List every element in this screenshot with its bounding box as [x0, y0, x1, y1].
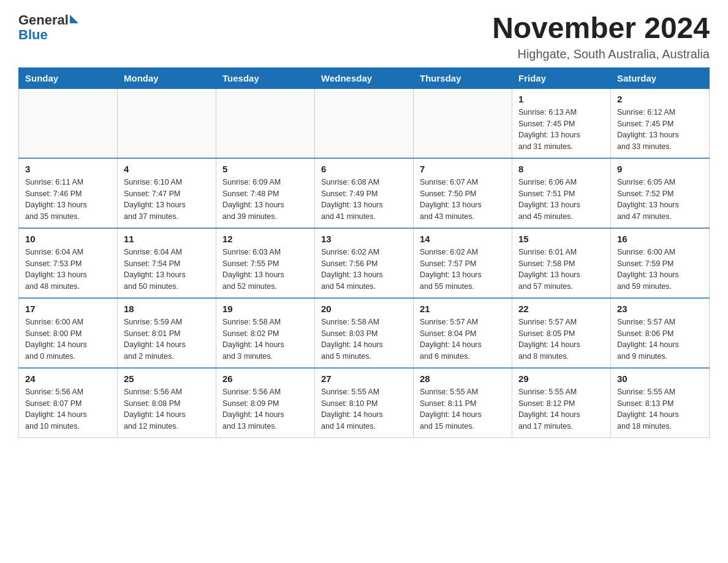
day-info: Sunrise: 5:58 AM Sunset: 8:03 PM Dayligh…	[321, 316, 407, 362]
calendar-cell: 12Sunrise: 6:03 AM Sunset: 7:55 PM Dayli…	[216, 228, 315, 298]
calendar-cell	[315, 88, 414, 158]
week-row-1: 3Sunrise: 6:11 AM Sunset: 7:46 PM Daylig…	[19, 158, 710, 228]
day-info: Sunrise: 5:55 AM Sunset: 8:13 PM Dayligh…	[617, 386, 703, 432]
calendar-cell: 25Sunrise: 5:56 AM Sunset: 8:08 PM Dayli…	[118, 368, 216, 438]
calendar-cell: 3Sunrise: 6:11 AM Sunset: 7:46 PM Daylig…	[19, 158, 118, 228]
day-info: Sunrise: 6:09 AM Sunset: 7:48 PM Dayligh…	[222, 177, 308, 223]
day-info: Sunrise: 6:02 AM Sunset: 7:57 PM Dayligh…	[420, 247, 506, 293]
day-number: 20	[321, 304, 407, 314]
calendar-cell: 28Sunrise: 5:55 AM Sunset: 8:11 PM Dayli…	[414, 368, 512, 438]
day-info: Sunrise: 6:05 AM Sunset: 7:52 PM Dayligh…	[617, 177, 703, 223]
title-section: November 2024 Highgate, South Australia,…	[492, 12, 710, 61]
day-number: 5	[222, 164, 308, 174]
page-header: General Blue November 2024 Highgate, Sou…	[18, 12, 710, 61]
day-info: Sunrise: 6:07 AM Sunset: 7:50 PM Dayligh…	[420, 177, 506, 223]
day-info: Sunrise: 5:59 AM Sunset: 8:01 PM Dayligh…	[124, 316, 210, 362]
day-info: Sunrise: 5:58 AM Sunset: 8:02 PM Dayligh…	[222, 316, 308, 362]
calendar-cell: 27Sunrise: 5:55 AM Sunset: 8:10 PM Dayli…	[315, 368, 414, 438]
day-number: 27	[321, 373, 407, 384]
calendar-cell: 10Sunrise: 6:04 AM Sunset: 7:53 PM Dayli…	[19, 228, 118, 298]
day-number: 22	[518, 304, 604, 314]
day-info: Sunrise: 6:00 AM Sunset: 7:59 PM Dayligh…	[617, 247, 703, 293]
calendar-table: SundayMondayTuesdayWednesdayThursdayFrid…	[18, 67, 710, 438]
day-info: Sunrise: 5:55 AM Sunset: 8:11 PM Dayligh…	[420, 386, 506, 432]
header-saturday: Saturday	[611, 67, 710, 88]
day-number: 7	[420, 164, 506, 174]
day-info: Sunrise: 5:57 AM Sunset: 8:05 PM Dayligh…	[518, 316, 604, 362]
week-row-4: 24Sunrise: 5:56 AM Sunset: 8:07 PM Dayli…	[19, 368, 710, 438]
day-info: Sunrise: 6:03 AM Sunset: 7:55 PM Dayligh…	[222, 247, 308, 293]
calendar-cell	[216, 88, 315, 158]
calendar-cell: 17Sunrise: 6:00 AM Sunset: 8:00 PM Dayli…	[19, 298, 118, 368]
day-info: Sunrise: 6:02 AM Sunset: 7:56 PM Dayligh…	[321, 247, 407, 293]
logo-triangle-icon	[70, 15, 78, 23]
week-row-3: 17Sunrise: 6:00 AM Sunset: 8:00 PM Dayli…	[19, 298, 710, 368]
day-number: 29	[518, 373, 604, 384]
day-number: 4	[124, 164, 210, 174]
header-monday: Monday	[118, 67, 216, 88]
header-friday: Friday	[512, 67, 611, 88]
calendar-cell: 24Sunrise: 5:56 AM Sunset: 8:07 PM Dayli…	[19, 368, 118, 438]
day-info: Sunrise: 6:00 AM Sunset: 8:00 PM Dayligh…	[25, 316, 111, 362]
calendar-cell	[414, 88, 512, 158]
day-number: 6	[321, 164, 407, 174]
day-number: 26	[222, 373, 308, 384]
header-thursday: Thursday	[414, 67, 512, 88]
calendar-cell: 8Sunrise: 6:06 AM Sunset: 7:51 PM Daylig…	[512, 158, 611, 228]
calendar-subtitle: Highgate, South Australia, Australia	[492, 47, 710, 61]
calendar-cell: 7Sunrise: 6:07 AM Sunset: 7:50 PM Daylig…	[414, 158, 512, 228]
day-number: 23	[617, 304, 703, 314]
day-info: Sunrise: 5:56 AM Sunset: 8:08 PM Dayligh…	[124, 386, 210, 432]
calendar-cell: 30Sunrise: 5:55 AM Sunset: 8:13 PM Dayli…	[611, 368, 710, 438]
day-info: Sunrise: 5:56 AM Sunset: 8:07 PM Dayligh…	[25, 386, 111, 432]
day-number: 30	[617, 373, 703, 384]
day-info: Sunrise: 5:55 AM Sunset: 8:12 PM Dayligh…	[518, 386, 604, 432]
day-info: Sunrise: 5:57 AM Sunset: 8:06 PM Dayligh…	[617, 316, 703, 362]
day-number: 17	[25, 304, 111, 314]
calendar-cell: 23Sunrise: 5:57 AM Sunset: 8:06 PM Dayli…	[611, 298, 710, 368]
day-number: 28	[420, 373, 506, 384]
calendar-cell: 2Sunrise: 6:12 AM Sunset: 7:45 PM Daylig…	[611, 88, 710, 158]
logo: General Blue	[18, 12, 78, 43]
day-number: 15	[518, 234, 604, 244]
day-number: 9	[617, 164, 703, 174]
day-number: 3	[25, 164, 111, 174]
day-info: Sunrise: 6:08 AM Sunset: 7:49 PM Dayligh…	[321, 177, 407, 223]
calendar-cell: 26Sunrise: 5:56 AM Sunset: 8:09 PM Dayli…	[216, 368, 315, 438]
calendar-cell	[118, 88, 216, 158]
day-number: 8	[518, 164, 604, 174]
header-wednesday: Wednesday	[315, 67, 414, 88]
day-number: 25	[124, 373, 210, 384]
logo-general-text: General	[18, 12, 69, 28]
day-info: Sunrise: 6:01 AM Sunset: 7:58 PM Dayligh…	[518, 247, 604, 293]
day-info: Sunrise: 5:57 AM Sunset: 8:04 PM Dayligh…	[420, 316, 506, 362]
day-info: Sunrise: 5:55 AM Sunset: 8:10 PM Dayligh…	[321, 386, 407, 432]
day-number: 16	[617, 234, 703, 244]
calendar-cell: 5Sunrise: 6:09 AM Sunset: 7:48 PM Daylig…	[216, 158, 315, 228]
day-info: Sunrise: 6:11 AM Sunset: 7:46 PM Dayligh…	[25, 177, 111, 223]
logo-blue-text: Blue	[18, 27, 48, 43]
day-number: 18	[124, 304, 210, 314]
calendar-cell	[19, 88, 118, 158]
week-row-0: 1Sunrise: 6:13 AM Sunset: 7:45 PM Daylig…	[19, 88, 710, 158]
calendar-cell: 14Sunrise: 6:02 AM Sunset: 7:57 PM Dayli…	[414, 228, 512, 298]
day-info: Sunrise: 6:04 AM Sunset: 7:53 PM Dayligh…	[25, 247, 111, 293]
day-number: 21	[420, 304, 506, 314]
calendar-cell: 20Sunrise: 5:58 AM Sunset: 8:03 PM Dayli…	[315, 298, 414, 368]
day-number: 13	[321, 234, 407, 244]
day-number: 2	[617, 94, 703, 104]
day-number: 10	[25, 234, 111, 244]
day-info: Sunrise: 6:10 AM Sunset: 7:47 PM Dayligh…	[124, 177, 210, 223]
day-number: 12	[222, 234, 308, 244]
day-info: Sunrise: 5:56 AM Sunset: 8:09 PM Dayligh…	[222, 386, 308, 432]
calendar-cell: 19Sunrise: 5:58 AM Sunset: 8:02 PM Dayli…	[216, 298, 315, 368]
calendar-cell: 29Sunrise: 5:55 AM Sunset: 8:12 PM Dayli…	[512, 368, 611, 438]
day-number: 1	[518, 94, 604, 104]
calendar-cell: 9Sunrise: 6:05 AM Sunset: 7:52 PM Daylig…	[611, 158, 710, 228]
calendar-title: November 2024	[492, 12, 710, 45]
day-number: 19	[222, 304, 308, 314]
day-number: 24	[25, 373, 111, 384]
calendar-cell: 21Sunrise: 5:57 AM Sunset: 8:04 PM Dayli…	[414, 298, 512, 368]
day-info: Sunrise: 6:12 AM Sunset: 7:45 PM Dayligh…	[617, 107, 703, 153]
calendar-cell: 18Sunrise: 5:59 AM Sunset: 8:01 PM Dayli…	[118, 298, 216, 368]
